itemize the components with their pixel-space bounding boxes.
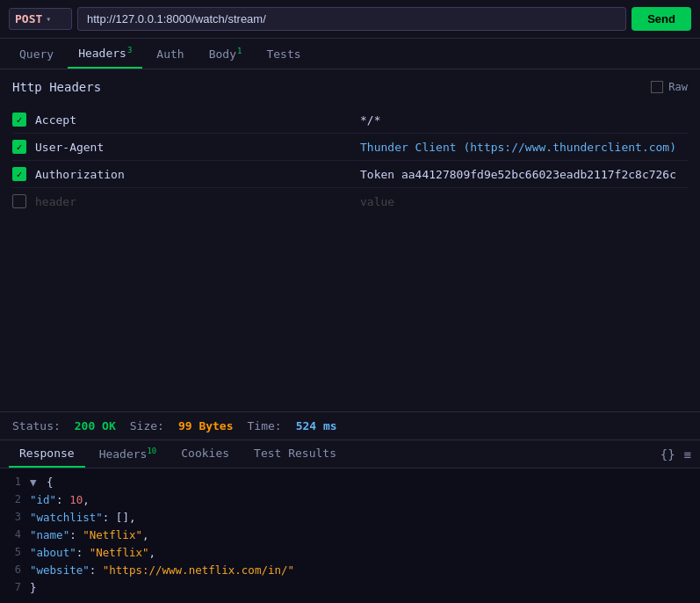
tab-response-headers[interactable]: Headers10	[89, 440, 168, 468]
code-line: 4 "name": "Netflix",	[0, 527, 700, 544]
raw-checkbox[interactable]	[651, 81, 663, 93]
raw-toggle[interactable]: Raw	[651, 81, 688, 93]
checkbox-accept[interactable]	[12, 113, 26, 127]
menu-icon[interactable]: ≡	[684, 447, 691, 461]
url-input[interactable]	[77, 7, 626, 31]
checkbox-empty[interactable]	[12, 194, 26, 208]
raw-label: Raw	[668, 81, 688, 93]
header-key-accept: Accept	[35, 113, 351, 127]
size-label: Size:	[130, 419, 164, 432]
time-value: 524 ms	[296, 419, 337, 432]
header-key-placeholder: header	[35, 195, 351, 208]
tab-auth[interactable]: Auth	[146, 40, 194, 68]
section-title: Http Headers Raw	[12, 80, 688, 94]
method-select[interactable]: POST ▾	[9, 8, 72, 30]
code-line: 1▼ {	[0, 474, 700, 491]
response-tabs: Response Headers10 Cookies Test Results …	[0, 440, 700, 469]
code-line: 7 }	[0, 579, 700, 597]
status-label: Status:	[12, 419, 61, 432]
headers-content: Http Headers Raw Accept */* User-Agent T…	[0, 69, 700, 412]
tab-test-results[interactable]: Test Results	[243, 440, 347, 468]
tab-tests[interactable]: Tests	[256, 40, 311, 68]
time-label: Time:	[248, 419, 282, 432]
header-value-accept: */*	[360, 113, 688, 127]
code-area: 1▼ {2 "id": 10,3 "watchlist": [],4 "name…	[0, 469, 700, 603]
header-row-empty: header value	[12, 188, 688, 214]
tab-body[interactable]: Body1	[198, 40, 253, 68]
section-heading: Http Headers	[12, 80, 101, 94]
request-tabs: Query Headers3 Auth Body1 Tests	[0, 39, 700, 69]
bottom-panel: Status: 200 OK Size: 99 Bytes Time: 524 …	[0, 412, 700, 603]
size-value: 99 Bytes	[178, 419, 234, 432]
response-icons: {} ≡	[660, 447, 691, 461]
tab-response[interactable]: Response	[9, 440, 85, 468]
code-line: 3 "watchlist": [],	[0, 509, 700, 527]
response-tabs-left: Response Headers10 Cookies Test Results	[9, 440, 347, 468]
top-bar: POST ▾ Send	[0, 0, 700, 39]
header-key-authorization: Authorization	[35, 168, 351, 181]
header-value-placeholder: value	[360, 195, 688, 208]
code-line: 5 "about": "Netflix",	[0, 544, 700, 562]
checkbox-user-agent[interactable]	[12, 140, 26, 154]
tab-query[interactable]: Query	[9, 40, 64, 68]
status-value: 200 OK	[75, 419, 116, 432]
code-line: 2 "id": 10,	[0, 491, 700, 509]
header-key-user-agent: User-Agent	[35, 141, 351, 154]
tab-headers[interactable]: Headers3	[68, 39, 142, 69]
method-value: POST	[15, 12, 42, 25]
tab-cookies[interactable]: Cookies	[170, 440, 240, 468]
header-row-accept: Accept */*	[12, 106, 688, 134]
header-value-authorization: Token aa44127809fd9e52bc66023eadb2117f2c…	[360, 168, 688, 181]
header-row-authorization: Authorization Token aa44127809fd9e52bc66…	[12, 161, 688, 188]
send-button[interactable]: Send	[631, 7, 691, 31]
header-row-user-agent: User-Agent Thunder Client (https://www.t…	[12, 134, 688, 161]
braces-icon[interactable]: {}	[660, 447, 675, 461]
code-line: 6 "website": "https://www.netflix.com/in…	[0, 562, 700, 579]
header-value-user-agent: Thunder Client (https://www.thunderclien…	[360, 141, 688, 154]
checkbox-authorization[interactable]	[12, 167, 26, 181]
chevron-down-icon: ▾	[46, 14, 51, 24]
status-bar: Status: 200 OK Size: 99 Bytes Time: 524 …	[0, 412, 700, 440]
